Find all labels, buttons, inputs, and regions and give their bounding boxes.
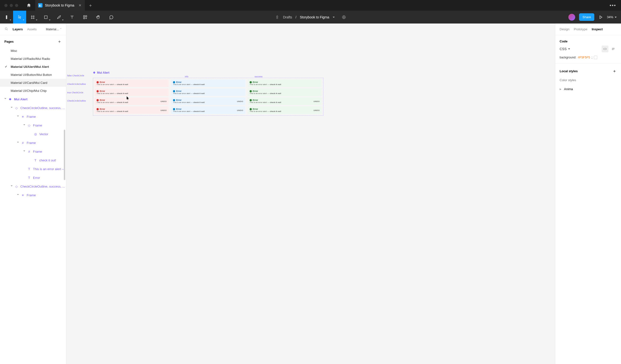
layer-row[interactable]: #Frame: [0, 138, 66, 147]
undo-button[interactable]: UNDO: [161, 100, 167, 102]
code-table-icon[interactable]: [610, 46, 617, 52]
chevron-down-icon[interactable]: [23, 124, 25, 126]
canvas-frame[interactable]: ❖ Mui Alert infosuccess ErrorThis is an …: [93, 71, 323, 116]
home-button[interactable]: [23, 0, 35, 11]
layer-row[interactable]: TThis is an error alert —: [0, 165, 66, 173]
undo-button[interactable]: UNDO: [237, 109, 243, 111]
alert-success[interactable]: ErrorThis is an error alert — check it o…: [248, 88, 322, 96]
css-code-line[interactable]: background: #F5F5F5;: [555, 56, 621, 63]
status-dot-icon: [97, 108, 99, 110]
layer-row[interactable]: Tcheck it out!: [0, 156, 66, 165]
zoom-control[interactable]: 34%: [607, 15, 617, 19]
layer-row[interactable]: ≡Frame: [0, 112, 66, 121]
tab-inspect[interactable]: Inspect: [592, 27, 603, 31]
comment-tool[interactable]: [105, 11, 118, 24]
alert-body: This is an error alert — check it out!: [173, 83, 243, 86]
page-item[interactable]: Material UI/Button/Mui Button: [0, 71, 66, 79]
undo-button[interactable]: UNDO: [313, 100, 320, 102]
tab-design[interactable]: Design: [560, 27, 569, 31]
page-item[interactable]: Material UI/Chip/Mui Chip: [0, 87, 66, 95]
alert-info[interactable]: ErrorThis is an error alert — check it o…: [171, 88, 245, 96]
page-item[interactable]: Material UI/Alert/Mui Alert: [0, 63, 66, 71]
hand-icon: [96, 15, 101, 20]
undo-button[interactable]: UNDO: [313, 109, 320, 111]
minimize-icon[interactable]: [10, 4, 13, 7]
chevron-down-icon[interactable]: [17, 194, 19, 196]
style-group-anima[interactable]: ▶ Anima: [555, 86, 621, 92]
frame-title[interactable]: ❖ Mui Alert: [93, 71, 323, 74]
layer-row[interactable]: #Frame: [0, 147, 66, 156]
alert-success[interactable]: ErrorThis is an error alert — check it o…: [248, 97, 322, 105]
alert-error[interactable]: ErrorThis is an error alert — check it o…: [95, 106, 169, 114]
hand-tool[interactable]: [92, 11, 105, 24]
page-item[interactable]: Misc: [0, 47, 66, 55]
shape-tool[interactable]: [39, 11, 52, 24]
resources-tool[interactable]: [79, 11, 92, 24]
layer-row[interactable]: TError: [0, 173, 66, 182]
page-picker[interactable]: Material... ⌃: [46, 28, 62, 31]
layer-row[interactable]: ◇CheckCircleOutline, success, ...: [0, 103, 66, 112]
chevron-down-icon[interactable]: [333, 17, 334, 19]
alert-info[interactable]: ErrorThis is an error alert — check it o…: [171, 79, 245, 87]
text-tool[interactable]: [66, 11, 79, 24]
add-page-button[interactable]: ＋: [57, 39, 62, 44]
play-icon[interactable]: [598, 15, 603, 20]
main-menu-button[interactable]: [0, 11, 13, 24]
alert-error[interactable]: ErrorThis is an error alert — check it o…: [95, 79, 169, 87]
tab-prototype[interactable]: Prototype: [574, 27, 587, 31]
alert-info[interactable]: ErrorThis is an error alert — check it o…: [171, 97, 245, 105]
tab-current-file[interactable]: ◧ Storybook to Figma ✕: [35, 0, 85, 11]
file-name[interactable]: Storybook to Figma: [300, 15, 329, 19]
alert-error[interactable]: ErrorThis is an error alert — check it o…: [95, 88, 169, 96]
chevron-down-icon[interactable]: [11, 185, 13, 187]
variant-row-label: CheckCircleOutline: [67, 83, 86, 86]
color-swatch[interactable]: [594, 56, 597, 59]
tab-layers[interactable]: Layers: [13, 27, 23, 31]
chevron-down-icon[interactable]: [4, 98, 6, 100]
figma-icon: [4, 15, 9, 20]
frame-tool[interactable]: [26, 11, 39, 24]
overflow-menu-button[interactable]: •••: [605, 3, 621, 8]
layer-row[interactable]: ◎Vector: [0, 130, 66, 138]
chevron-down-icon[interactable]: [23, 150, 25, 152]
search-icon[interactable]: [4, 27, 8, 32]
alert-success[interactable]: ErrorThis is an error alert — check it o…: [248, 79, 322, 87]
breadcrumb-root[interactable]: Drafts: [283, 15, 292, 19]
chevron-down-icon[interactable]: [17, 142, 19, 144]
alert-body: This is an error alert — check it out!: [173, 110, 243, 112]
alert-success[interactable]: ErrorThis is an error alert — check it o…: [248, 106, 322, 114]
avatar[interactable]: [568, 14, 575, 21]
chevron-down-icon[interactable]: [17, 116, 19, 118]
zoom-icon[interactable]: [15, 4, 18, 7]
undo-button[interactable]: UNDO: [237, 100, 243, 102]
status-dot-icon: [97, 99, 99, 101]
workspace: Layers Assets Material... ⌃ Pages ＋ Misc…: [0, 24, 621, 364]
page-item[interactable]: Material UI/Card/Mui Card: [0, 79, 66, 87]
status-dot-icon: [173, 90, 175, 92]
layer-row[interactable]: ≡Frame: [0, 191, 66, 199]
alert-title: Error: [250, 108, 320, 110]
move-tool[interactable]: [13, 11, 26, 24]
close-icon[interactable]: [4, 4, 8, 7]
pen-tool[interactable]: [52, 11, 66, 24]
scrollbar[interactable]: [64, 130, 65, 180]
layer-row[interactable]: ◇Frame: [0, 121, 66, 130]
page-item[interactable]: Material UI/Radio/Mui Radio: [0, 55, 66, 63]
alert-error[interactable]: ErrorThis is an error alert — check it o…: [95, 97, 169, 105]
alert-info[interactable]: ErrorThis is an error alert — check it o…: [171, 106, 245, 114]
tab-assets[interactable]: Assets: [27, 27, 37, 31]
share-button[interactable]: Share: [579, 13, 594, 21]
globe-icon[interactable]: [341, 15, 346, 20]
code-brackets-icon[interactable]: [602, 46, 608, 52]
canvas[interactable]: false CheckCircleCheckCircleOutlinetrue …: [66, 24, 555, 364]
layer-row[interactable]: ❖Mui Alert: [0, 95, 66, 103]
add-style-button[interactable]: ＋: [612, 68, 617, 74]
new-tab-button[interactable]: ＋: [85, 2, 96, 8]
variant-row-label: false CheckCircle: [67, 74, 86, 77]
code-language-select[interactable]: CSS: [555, 45, 621, 56]
undo-button[interactable]: UNDO: [161, 109, 167, 111]
layer-row[interactable]: ◇CheckCircleOutline, success, ...: [0, 182, 66, 191]
tab-close-button[interactable]: ✕: [79, 3, 82, 7]
chevron-down-icon[interactable]: [11, 107, 13, 109]
pages-header-label: Pages: [4, 40, 14, 43]
